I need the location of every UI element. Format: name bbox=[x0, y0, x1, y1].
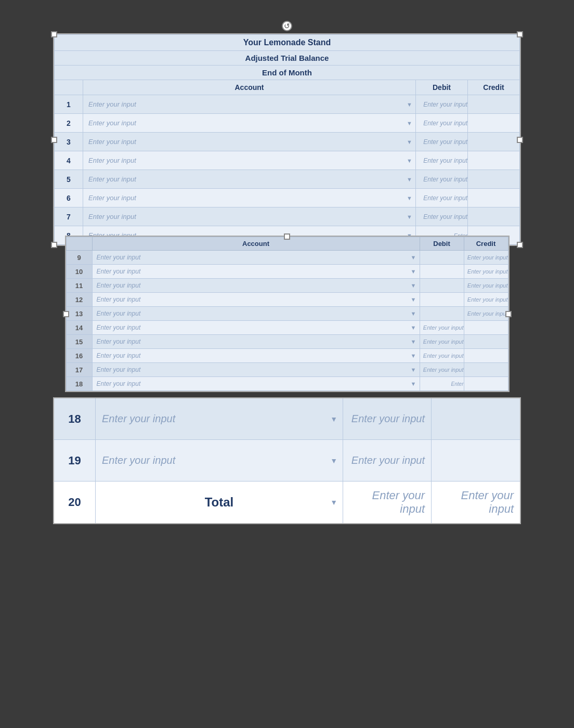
debit-cell[interactable]: Enter your input bbox=[416, 114, 468, 133]
debit-cell[interactable] bbox=[420, 293, 464, 307]
credit-cell[interactable] bbox=[464, 335, 508, 349]
debit-placeholder: Enter your input bbox=[423, 353, 464, 359]
total-debit-cell[interactable]: Enter your input bbox=[343, 482, 432, 523]
credit-cell[interactable]: Enter your input bbox=[464, 307, 508, 321]
debit-cell[interactable]: Enter your input bbox=[343, 398, 432, 439]
account-select[interactable]: Enter your input bbox=[83, 151, 415, 170]
mid-handle-left[interactable] bbox=[63, 311, 69, 317]
credit-cell[interactable]: Enter your input bbox=[464, 265, 508, 279]
debit-cell[interactable] bbox=[420, 279, 464, 293]
corner-handle-bl[interactable] bbox=[51, 242, 57, 248]
credit-cell[interactable] bbox=[464, 363, 508, 377]
credit-cell[interactable] bbox=[432, 398, 520, 439]
total-credit-cell[interactable]: Enter your input bbox=[432, 482, 520, 523]
account-cell[interactable]: Enter your input ▼ bbox=[83, 95, 416, 114]
debit-cell[interactable] bbox=[420, 307, 464, 321]
column-headers: Account Debit Credit bbox=[55, 80, 520, 95]
account-cell[interactable]: Enter your input ▼ bbox=[83, 151, 416, 170]
credit-cell[interactable] bbox=[468, 151, 520, 170]
account-cell[interactable]: Enter your input ▼ bbox=[83, 114, 416, 133]
account-cell[interactable]: Enter your input ▼ bbox=[92, 377, 420, 391]
account-cell[interactable]: Enter your input ▼ bbox=[96, 440, 343, 481]
debit-cell[interactable]: Enter your input bbox=[416, 189, 468, 207]
main-table: Your Lemonade Stand Adjusted Trial Balan… bbox=[54, 34, 520, 245]
large-row-19: 19 Enter your input ▼ Enter your input bbox=[54, 440, 520, 482]
debit-placeholder: Enter your input bbox=[423, 339, 464, 345]
credit-cell[interactable]: Enter your input bbox=[464, 251, 508, 265]
debit-cell[interactable] bbox=[420, 251, 464, 265]
center-top-handle[interactable] bbox=[284, 233, 290, 240]
account-select[interactable]: Enter your input bbox=[93, 363, 420, 376]
account-select[interactable]: Enter your input bbox=[83, 133, 415, 151]
account-cell[interactable]: Enter your input ▼ bbox=[92, 265, 420, 279]
account-select[interactable]: Enter your input bbox=[83, 95, 415, 113]
resize-handle-top[interactable] bbox=[282, 21, 292, 31]
account-select[interactable]: Enter your input bbox=[93, 321, 420, 334]
debit-cell[interactable]: Enter your input bbox=[420, 349, 464, 363]
account-cell[interactable]: Enter your input ▼ bbox=[92, 307, 420, 321]
credit-cell[interactable] bbox=[468, 114, 520, 133]
company-title: Your Lemonade Stand bbox=[55, 35, 520, 51]
account-cell[interactable]: Enter your input ▼ bbox=[92, 321, 420, 335]
corner-handle-tr[interactable] bbox=[517, 31, 523, 37]
credit-cell[interactable] bbox=[468, 95, 520, 114]
credit-cell[interactable] bbox=[432, 440, 520, 481]
account-cell[interactable]: Enter your input ▼ bbox=[92, 279, 420, 293]
credit-cell[interactable] bbox=[464, 349, 508, 363]
debit-cell[interactable]: Enter your input bbox=[416, 133, 468, 151]
account-select[interactable]: Enter your input bbox=[93, 293, 420, 306]
debit-cell[interactable]: Enter your input bbox=[420, 321, 464, 335]
row-number: 13 bbox=[66, 307, 92, 321]
account-cell[interactable]: Enter your input ▼ bbox=[83, 133, 416, 151]
credit-placeholder: Enter your input bbox=[467, 282, 508, 289]
corner-handle-br[interactable] bbox=[517, 242, 523, 248]
account-select[interactable]: Enter your input bbox=[83, 170, 415, 188]
table-row: 11 Enter your input ▼ Enter your input bbox=[66, 279, 508, 293]
credit-cell[interactable] bbox=[464, 377, 508, 391]
account-select[interactable]: Enter your input bbox=[93, 307, 420, 320]
debit-cell[interactable]: Enter your input bbox=[416, 151, 468, 170]
corner-handle-mr[interactable] bbox=[517, 137, 523, 143]
debit-cell[interactable]: Enter your input bbox=[420, 335, 464, 349]
mid-handle-right[interactable] bbox=[505, 311, 512, 317]
account-cell[interactable]: Enter your input ▼ bbox=[83, 189, 416, 207]
debit-placeholder: Enter your input bbox=[351, 454, 425, 466]
debit-cell[interactable]: Enter your input bbox=[343, 440, 432, 481]
corner-handle-ml[interactable] bbox=[51, 137, 57, 143]
account-select[interactable]: Enter your input bbox=[83, 114, 415, 132]
account-cell[interactable]: Enter your input ▼ bbox=[96, 398, 343, 439]
account-cell[interactable]: Enter your input ▼ bbox=[92, 251, 420, 265]
credit-cell[interactable]: Enter your input bbox=[464, 293, 508, 307]
second-table-container: Account Debit Credit 9 Enter your input … bbox=[65, 236, 510, 392]
debit-cell[interactable]: Enter your input bbox=[420, 363, 464, 377]
corner-handle-tl[interactable] bbox=[51, 31, 57, 37]
account-select[interactable]: Enter your input bbox=[83, 189, 415, 207]
debit-cell[interactable]: Enter your input bbox=[416, 95, 468, 114]
debit-cell[interactable]: Enter your input bbox=[416, 207, 468, 226]
account-select[interactable]: Enter your input bbox=[93, 335, 420, 348]
account-cell[interactable]: Enter your input ▼ bbox=[83, 207, 416, 226]
debit-cell[interactable]: Enter your input bbox=[416, 170, 468, 189]
account-select[interactable]: Enter your input bbox=[93, 349, 420, 362]
account-select[interactable]: Enter your input bbox=[93, 265, 420, 278]
credit-cell[interactable] bbox=[464, 321, 508, 335]
account-select[interactable]: Enter your input bbox=[93, 377, 420, 391]
table-row: 14 Enter your input ▼ Enter your input bbox=[66, 321, 508, 335]
debit-cell[interactable] bbox=[420, 265, 464, 279]
credit-cell[interactable]: Enter your input bbox=[464, 279, 508, 293]
credit-cell[interactable] bbox=[468, 133, 520, 151]
account-select[interactable]: Enter your input bbox=[83, 207, 415, 226]
account-cell[interactable]: Enter your input ▼ bbox=[92, 335, 420, 349]
account-cell[interactable]: Enter your input ▼ bbox=[83, 170, 416, 189]
table-row: 6 Enter your input ▼ Enter your input bbox=[55, 189, 520, 207]
account-cell[interactable]: Enter your input ▼ bbox=[92, 349, 420, 363]
account-cell[interactable]: Enter your input ▼ bbox=[92, 363, 420, 377]
account-select[interactable]: Enter your input bbox=[93, 279, 420, 292]
account-select[interactable]: Enter your input bbox=[93, 251, 420, 264]
credit-cell[interactable] bbox=[468, 189, 520, 207]
credit-cell[interactable] bbox=[468, 207, 520, 226]
account-placeholder: Enter your input bbox=[102, 454, 175, 466]
debit-cell[interactable]: Enter bbox=[420, 377, 464, 391]
account-cell[interactable]: Enter your input ▼ bbox=[92, 293, 420, 307]
credit-cell[interactable] bbox=[468, 170, 520, 189]
